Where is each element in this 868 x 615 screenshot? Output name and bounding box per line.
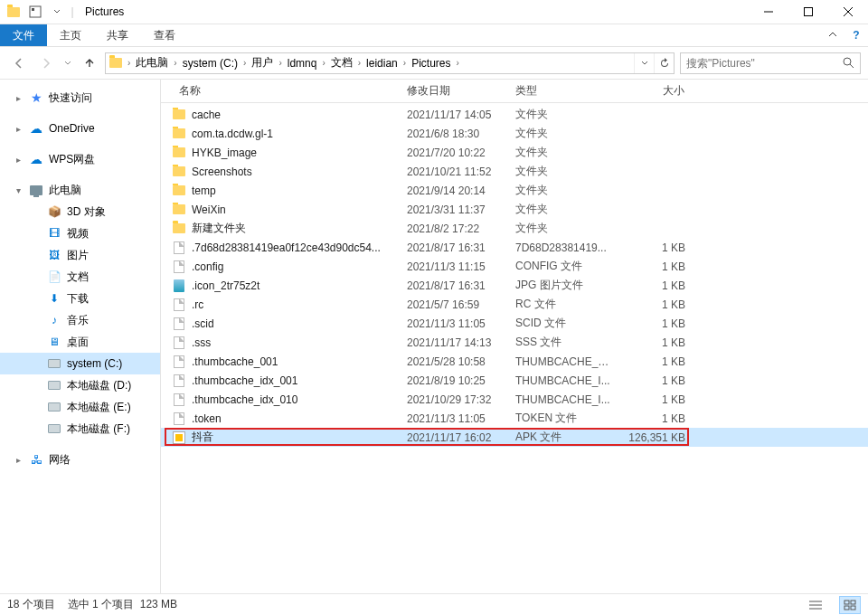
window-controls <box>749 0 868 24</box>
nav-bar: ›此电脑›system (C:)›用户›ldmnq›文档›leidian›Pic… <box>0 47 868 80</box>
tab-view[interactable]: 查看 <box>141 24 188 46</box>
tree-item[interactable]: system (C:) <box>0 353 160 374</box>
address-dropdown-icon[interactable] <box>634 53 654 73</box>
file-row[interactable]: .sss2021/11/17 14:13SSS 文件1 KB <box>161 333 868 352</box>
file-date: 2021/8/19 10:25 <box>401 374 510 387</box>
file-icon <box>172 336 186 350</box>
file-type: 文件夹 <box>510 164 618 179</box>
tree-item[interactable]: 本地磁盘 (F:) <box>0 418 160 440</box>
file-row[interactable]: .thumbcache_0012021/5/28 10:58THUMBCACHE… <box>161 352 868 371</box>
address-folder-icon <box>106 58 126 68</box>
column-headers: 名称 修改日期 类型 大小 <box>161 80 868 103</box>
close-button[interactable] <box>828 0 868 24</box>
tree-item[interactable]: 📦3D 对象 <box>0 201 160 222</box>
svg-rect-11 <box>844 601 849 604</box>
address-bar[interactable]: ›此电脑›system (C:)›用户›ldmnq›文档›leidian›Pic… <box>105 52 675 74</box>
column-date[interactable]: 修改日期 <box>401 80 510 102</box>
ribbon-expand-icon[interactable] <box>821 24 844 46</box>
help-icon[interactable]: ? <box>844 24 868 46</box>
status-item-count: 18 个项目 <box>7 597 55 612</box>
breadcrumb-item[interactable]: Pictures <box>408 53 454 73</box>
recent-dropdown-icon[interactable] <box>61 52 74 75</box>
file-type: CONFIG 文件 <box>510 259 618 274</box>
file-list-pane: 名称 修改日期 类型 大小 cache2021/11/17 14:05文件夹co… <box>161 80 868 593</box>
tab-home[interactable]: 主页 <box>47 24 94 46</box>
tree-item[interactable]: 🎞视频 <box>0 222 160 244</box>
tree-item[interactable]: 本地磁盘 (E:) <box>0 396 160 418</box>
file-size: 1 KB <box>618 317 691 330</box>
file-row[interactable]: .config2021/11/3 11:15CONFIG 文件1 KB <box>161 257 868 276</box>
tree-wps[interactable]: ▸☁WPS网盘 <box>0 148 160 170</box>
tree-this-pc[interactable]: ▾此电脑 <box>0 179 160 201</box>
refresh-button[interactable] <box>654 53 674 73</box>
properties-button[interactable] <box>25 2 45 22</box>
file-row[interactable]: .thumbcache_idx_0102021/10/29 17:32THUMB… <box>161 390 868 409</box>
network-icon: 🖧 <box>29 452 43 467</box>
tree-item[interactable]: 🖥桌面 <box>0 331 160 353</box>
minimize-button[interactable] <box>749 0 788 24</box>
search-input[interactable] <box>681 57 836 70</box>
file-name: temp <box>192 184 216 197</box>
forward-button[interactable] <box>34 52 58 75</box>
file-name: .thumbcache_001 <box>192 355 278 368</box>
file-date: 2021/6/8 18:30 <box>401 128 510 140</box>
file-date: 2021/10/29 17:32 <box>401 393 510 406</box>
view-details-button[interactable] <box>805 596 826 614</box>
quick-access-toolbar: | <box>0 2 80 22</box>
file-icon <box>172 241 186 255</box>
breadcrumb-item[interactable]: 用户 <box>248 53 277 73</box>
qat-dropdown-icon[interactable] <box>47 2 67 22</box>
column-type[interactable]: 类型 <box>510 80 618 102</box>
svg-rect-0 <box>30 6 41 17</box>
search-box[interactable] <box>680 52 861 74</box>
file-name: .scid <box>192 317 214 330</box>
up-button[interactable] <box>78 52 101 75</box>
tree-label: 桌面 <box>67 335 89 350</box>
qat-separator: | <box>69 2 76 22</box>
tab-share[interactable]: 共享 <box>94 24 141 46</box>
tree-item[interactable]: ⬇下载 <box>0 288 160 309</box>
breadcrumb-item[interactable]: 文档 <box>327 53 356 73</box>
tree-onedrive[interactable]: ▸☁OneDrive <box>0 118 160 139</box>
file-type: RC 文件 <box>510 297 618 312</box>
tree-item[interactable]: 🖼图片 <box>0 244 160 266</box>
file-row[interactable]: temp2021/9/14 20:14文件夹 <box>161 181 868 200</box>
file-row[interactable]: cache2021/11/17 14:05文件夹 <box>161 105 868 124</box>
tab-file[interactable]: 文件 <box>0 24 47 46</box>
file-icon <box>172 430 186 445</box>
tree-quick-access[interactable]: ▸★快速访问 <box>0 87 160 109</box>
tree-network[interactable]: ▸🖧网络 <box>0 449 160 470</box>
file-date: 2021/10/21 11:52 <box>401 166 510 178</box>
file-row[interactable]: 抖音2021/11/17 16:02APK 文件126,351 KB <box>161 428 868 447</box>
file-row[interactable]: WeiXin2021/3/31 11:37文件夹 <box>161 200 868 219</box>
file-row[interactable]: .rc2021/5/7 16:59RC 文件1 KB <box>161 295 868 314</box>
tree-item[interactable]: 📄文档 <box>0 266 160 288</box>
tree-label: 网络 <box>49 452 71 468</box>
tree-label: WPS网盘 <box>49 152 95 167</box>
tree-label: 此电脑 <box>49 183 81 198</box>
file-row[interactable]: .token2021/11/3 11:05TOKEN 文件1 KB <box>161 409 868 428</box>
file-row[interactable]: .scid2021/11/3 11:05SCID 文件1 KB <box>161 314 868 333</box>
file-name: .token <box>192 412 222 425</box>
file-row[interactable]: 新建文件夹2021/8/2 17:22文件夹 <box>161 219 868 238</box>
breadcrumb-item[interactable]: ldmnq <box>284 53 321 73</box>
file-size: 1 KB <box>618 374 691 387</box>
back-button[interactable] <box>7 52 31 75</box>
file-row[interactable]: .thumbcache_idx_0012021/8/19 10:25THUMBC… <box>161 371 868 390</box>
tree-item[interactable]: 本地磁盘 (D:) <box>0 374 160 396</box>
breadcrumb-item[interactable]: 此电脑 <box>132 53 172 73</box>
file-name: 新建文件夹 <box>192 221 246 236</box>
file-row[interactable]: com.ta.dcdw.gl-12021/6/8 18:30文件夹 <box>161 124 868 143</box>
breadcrumb-item[interactable]: system (C:) <box>179 53 241 73</box>
view-icons-button[interactable] <box>839 596 861 614</box>
maximize-button[interactable] <box>788 0 828 24</box>
file-row[interactable]: Screenshots2021/10/21 11:52文件夹 <box>161 162 868 181</box>
tree-item[interactable]: ♪音乐 <box>0 309 160 331</box>
file-row[interactable]: .7d68d28381419ea0f12ce43d90dc54...2021/8… <box>161 238 868 257</box>
column-size[interactable]: 大小 <box>618 80 691 102</box>
search-icon[interactable] <box>836 53 860 73</box>
file-row[interactable]: .icon_2tr75z2t2021/8/17 16:31JPG 图片文件1 K… <box>161 276 868 295</box>
column-name[interactable]: 名称 <box>161 80 401 102</box>
file-row[interactable]: HYKB_image2021/7/20 10:22文件夹 <box>161 143 868 162</box>
breadcrumb-item[interactable]: leidian <box>363 53 401 73</box>
